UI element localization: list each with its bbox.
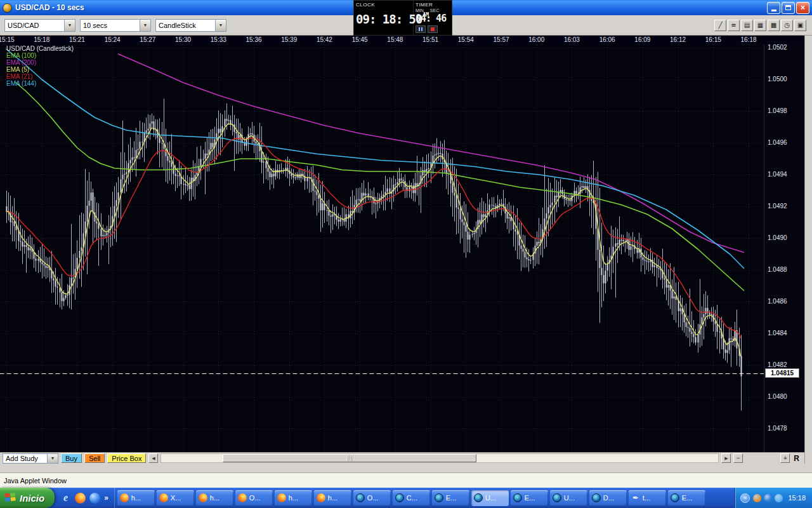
h-scrollbar-thumb[interactable] [223, 454, 476, 462]
price-tick-label: 1.0478 [768, 425, 787, 432]
minimize-button[interactable] [767, 2, 780, 14]
zoom-in-button[interactable]: + [780, 453, 790, 463]
taskbar-window-button[interactable]: D... [589, 490, 627, 506]
taskbar-window-button[interactable]: ✒t... [629, 490, 666, 506]
firefox-icon [199, 493, 207, 502]
globe-icon [671, 493, 679, 502]
taskbar-window-button[interactable]: h... [275, 490, 312, 506]
chevron-down-icon[interactable]: ▼ [64, 20, 75, 31]
timer-pause-button[interactable] [416, 25, 426, 33]
price-box-button[interactable]: Price Box [107, 453, 146, 463]
taskbar-window-button[interactable]: E... [511, 490, 548, 506]
app-orb-icon[interactable] [89, 493, 100, 504]
sell-button[interactable]: Sell [84, 453, 105, 463]
taskbar-clock: 15:18 [788, 494, 806, 502]
grid-style-2-icon[interactable]: ▦ [754, 20, 766, 31]
interval-combobox[interactable]: 10 secs ▼ [80, 19, 151, 32]
chart-type-combobox[interactable]: CandleStick ▼ [155, 19, 226, 32]
symbol-combobox[interactable]: USD/CAD ▼ [4, 19, 75, 32]
start-button[interactable]: Inicio [0, 488, 55, 508]
globe-icon [395, 493, 404, 502]
taskbar: Inicio e» h...X...h...O...h...h...O...C.… [0, 488, 812, 508]
time-axis-label: 15:42 [317, 36, 332, 43]
legend-item: EMA (144) [6, 80, 74, 87]
close-button[interactable]: × [796, 2, 809, 14]
price-axis[interactable]: 1.05021.05001.04981.04961.04941.04921.04… [764, 44, 804, 452]
taskbar-window-button[interactable]: O... [353, 490, 391, 506]
taskbar-window-button[interactable]: E... [432, 490, 469, 506]
add-study-combobox[interactable]: Add Study ▼ [3, 453, 58, 464]
scroll-right-button[interactable]: ▶ [721, 453, 731, 463]
time-axis-label: 15:21 [69, 36, 85, 43]
plus-icon: + [783, 455, 787, 462]
tray-orange-icon[interactable] [753, 494, 761, 502]
task-button-label: E... [525, 494, 535, 502]
interval-value: 10 secs [81, 20, 140, 31]
task-button-label: h... [328, 494, 337, 502]
zoom-out-button[interactable]: − [733, 453, 743, 463]
desktop: USD/CAD - 10 secs × USD/CAD ▼ 10 secs ▼ … [0, 0, 812, 508]
windows-logo-icon [4, 492, 16, 504]
price-tick-label: 1.0500 [768, 76, 787, 83]
overflow-chevron-icon[interactable]: » [104, 493, 108, 502]
trendline-icon[interactable]: ╱ [714, 20, 726, 31]
maximize-button[interactable] [782, 2, 795, 14]
left-arrow-icon: ◀ [152, 456, 155, 461]
taskbar-window-button[interactable]: U... [550, 490, 587, 506]
timer-stop-button[interactable] [428, 25, 438, 33]
buy-button[interactable]: Buy [61, 453, 82, 463]
price-tick-label: 1.0492 [768, 203, 787, 210]
time-axis-label: 16:12 [670, 36, 686, 43]
task-button-label: h... [131, 494, 141, 502]
chevron-down-icon[interactable]: ▼ [140, 20, 150, 31]
minimize-icon [771, 10, 776, 11]
time-axis-label: 15:33 [211, 36, 226, 43]
time-axis-label: 15:36 [246, 36, 261, 43]
window-controls: × [767, 2, 809, 14]
close-icon: × [801, 3, 805, 12]
h-scrollbar-track[interactable] [160, 453, 719, 463]
taskbar-window-button[interactable]: h... [314, 490, 351, 506]
chevron-down-icon[interactable]: ▼ [47, 454, 58, 463]
reset-button[interactable]: R [792, 454, 801, 463]
time-axis-label: 15:27 [140, 36, 155, 43]
layout-icon[interactable]: ▣ [794, 20, 806, 31]
time-axis-label: 16:09 [634, 36, 650, 43]
studies-list-icon[interactable]: ≡ [728, 20, 740, 31]
scroll-left-button[interactable]: ◀ [148, 453, 158, 463]
task-button-label: O... [367, 494, 379, 502]
task-button-label: X... [171, 494, 181, 502]
grid-style-1-icon[interactable]: ▤ [741, 20, 753, 31]
taskbar-window-button[interactable]: h... [117, 490, 155, 506]
clock-tool-icon[interactable]: ◷ [781, 20, 793, 31]
right-scroll-strip[interactable] [804, 36, 812, 472]
taskbar-window-button[interactable]: E... [668, 490, 705, 506]
task-button-label: h... [289, 494, 298, 502]
firefox-icon[interactable] [75, 493, 86, 504]
tray-blue-icon[interactable] [764, 494, 772, 502]
clock-label: CLOCK [356, 2, 411, 8]
internet-explorer-icon[interactable]: e [60, 493, 71, 504]
task-button-label: U... [485, 494, 496, 502]
price-tick-label: 1.0490 [768, 234, 787, 241]
quick-launch: e» [55, 488, 115, 508]
tray-lightblue-icon[interactable] [775, 494, 783, 502]
price-tick-label: 1.0488 [768, 266, 787, 273]
taskbar-window-button[interactable]: X... [157, 490, 194, 506]
chevron-down-icon[interactable]: ▼ [215, 20, 226, 31]
globe-icon [474, 493, 483, 502]
taskbar-window-button[interactable]: C... [393, 490, 430, 506]
firefox-icon [159, 493, 168, 502]
chart-canvas[interactable] [0, 44, 764, 452]
maximize-icon [785, 5, 791, 10]
tray-collapse-icon[interactable]: « [740, 493, 750, 503]
task-button-label: E... [446, 494, 457, 502]
chart-type-value: CandleStick [156, 20, 215, 31]
time-axis-label: 16:03 [564, 36, 580, 43]
task-button-label: t... [643, 494, 650, 502]
grid-style-3-icon[interactable]: ▩ [768, 20, 780, 31]
taskbar-window-button[interactable]: U... [471, 490, 509, 506]
taskbar-window-button[interactable]: O... [235, 490, 273, 506]
time-axis-label: 16:15 [705, 36, 721, 43]
taskbar-window-button[interactable]: h... [196, 490, 233, 506]
